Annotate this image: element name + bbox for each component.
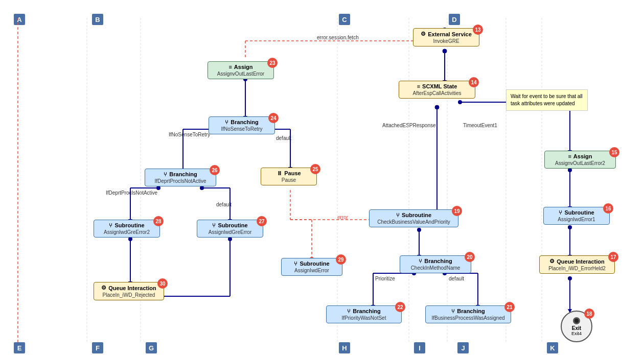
badge-29: 29 (336, 254, 346, 265)
node-queue-17[interactable]: 17 ⚙ Queue Interaction PlaceIn_iWD_Error… (539, 255, 615, 274)
node-subroutine-29[interactable]: 29 ⑂ Subroutine AssignIwdError (281, 258, 342, 276)
ifdeprt-label: IfDeprtProcIsNotActive (106, 190, 157, 196)
badge-24: 24 (268, 113, 279, 123)
badge-30: 30 (157, 278, 168, 289)
branching26-subtitle: IfDeprtProcIsNotActive (154, 178, 206, 184)
subroutine27-title: ⑂ Subroutine (212, 222, 247, 228)
svg-point-12 (443, 49, 447, 53)
badge-18: 18 (584, 309, 594, 319)
subroutine29-title: ⑂ Subroutine (294, 261, 329, 267)
error-session-fetch-label: error.session.fetch (317, 35, 359, 40)
node-branching-22[interactable]: 22 ⑂ Branching IfPriorityWasNotSet (326, 305, 402, 323)
badge-19: 19 (452, 206, 462, 216)
badge-21: 21 (504, 302, 515, 312)
svg-point-67 (568, 225, 572, 229)
badge-23: 23 (267, 58, 278, 68)
branching22-subtitle: IfPriorityWasNotSet (342, 315, 386, 321)
node-assign-23[interactable]: 23 ≡ Assign AssignvOutLastError (208, 61, 274, 79)
node-branching-26[interactable]: 26 ⑂ Branching IfDeprtProcIsNotActive (145, 169, 216, 186)
queue30-title: ⚙ Queue Interaction (101, 285, 156, 291)
grid-label-a: A (14, 14, 25, 25)
error-label: error (337, 215, 348, 220)
node-exit-18[interactable]: 18 Exit Exit4 (561, 311, 592, 342)
badge-26: 26 (210, 165, 220, 175)
svg-point-41 (128, 237, 132, 241)
subroutine19-subtitle: CheckBusinessValueAndPriority (377, 219, 450, 225)
badge-20: 20 (465, 252, 475, 262)
svg-point-34 (156, 186, 160, 190)
grid-label-k: K (547, 342, 558, 353)
node-subroutine-16[interactable]: 16 ⑂ Subroutine AssignIwdError1 (543, 207, 610, 225)
branching24-title: ⑂ Branching (225, 119, 258, 125)
grid-label-b: B (92, 14, 103, 25)
svg-point-19 (458, 100, 462, 104)
default2-label: default (216, 202, 232, 207)
note-box: Wait for event to be sure that all task … (506, 89, 588, 111)
scxml-subtitle: AfterEspCallActivities (412, 90, 461, 96)
connections-svg (0, 0, 644, 355)
external-service-subtitle: InvokeGRE (433, 38, 459, 44)
node-assign-15[interactable]: 15 ≡ Assign AssignvOutLastError2 (544, 151, 616, 169)
canvas: A B C D E F G H I J K Wait for event to … (0, 0, 644, 355)
grid-label-h: H (339, 342, 350, 353)
queue17-title: ⚙ Queue Interaction (549, 258, 605, 265)
node-external-service[interactable]: 13 ⚙ External Service InvokeGRE (413, 28, 479, 46)
svg-point-15 (435, 105, 439, 109)
grid-label-j: J (457, 342, 469, 353)
exit-title: Exit (572, 325, 581, 331)
node-scxml-state[interactable]: 14 ≡ SCXML State AfterEspCallActivities (399, 81, 475, 99)
node-subroutine-27[interactable]: 27 ⑂ Subroutine AssignIwdGreError (197, 220, 263, 238)
branching22-title: ⑂ Branching (347, 308, 380, 314)
assign23-subtitle: AssignvOutLastError (217, 71, 264, 77)
node-subroutine-19[interactable]: 19 ⑂ Subroutine CheckBusinessValueAndPri… (369, 209, 458, 227)
branching24-subtitle: IfNoSenseToRetry (221, 126, 262, 132)
badge-17: 17 (608, 252, 618, 262)
grid-label-g: G (146, 342, 157, 353)
subroutine16-title: ⑂ Subroutine (559, 209, 594, 216)
node-branching-24[interactable]: 24 ⑂ Branching IfNoSenseToRetry (209, 116, 275, 134)
subroutine27-subtitle: AssignIwdGreError (209, 229, 251, 235)
attached-esp-label: AttachedESPResponse (382, 123, 436, 128)
subroutine29-subtitle: AssignIwdError (294, 268, 329, 273)
exit-subtitle: Exit4 (571, 331, 582, 336)
scxml-title: ≡ SCXML State (417, 83, 457, 89)
note-text: Wait for event to be sure that all task … (511, 93, 583, 106)
subroutine28-title: ⑂ Subroutine (109, 222, 144, 228)
grid-label-i: I (414, 342, 425, 353)
subroutine19-title: ⑂ Subroutine (396, 212, 431, 218)
default1-label: default (276, 135, 291, 141)
queue17-subtitle: PlaceIn_iWD_ErrorHeld2 (548, 266, 606, 271)
badge-28: 28 (153, 216, 164, 226)
branching26-title: ⑂ Branching (164, 171, 197, 177)
ifnosense-label: IfNoSenseToRetry (169, 132, 210, 137)
badge-22: 22 (395, 302, 405, 312)
branching20-title: ⑂ Branching (419, 258, 452, 264)
grid-label-f: F (92, 342, 103, 353)
queue30-subtitle: PlaceIn_iWD_Rejected (103, 292, 155, 298)
svg-point-70 (568, 276, 572, 280)
svg-point-45 (228, 237, 232, 241)
assign15-title: ≡ Assign (568, 153, 592, 159)
badge-15: 15 (609, 147, 619, 157)
branching20-subtitle: CheckInMethodName (411, 265, 461, 271)
pause25-subtitle: Pause (282, 177, 296, 183)
subroutine16-subtitle: AssignIwdError1 (558, 217, 595, 222)
timeout-label: TimeoutEvent1 (463, 123, 497, 128)
node-queue-30[interactable]: 30 ⚙ Queue Interaction PlaceIn_iWD_Rejec… (94, 282, 164, 300)
pause25-title: ⏸ Pause (277, 170, 301, 176)
node-pause-25[interactable]: 25 ⏸ Pause Pause (261, 168, 317, 185)
node-subroutine-28[interactable]: 28 ⑂ Subroutine AssignIwdGreError2 (94, 220, 160, 238)
node-branching-20[interactable]: 20 ⑂ Branching CheckInMethodName (400, 255, 471, 273)
assign15-subtitle: AssignvOutLastError2 (555, 160, 605, 166)
badge-27: 27 (257, 216, 267, 226)
branching21-title: ⑂ Branching (451, 308, 485, 314)
svg-point-50 (417, 228, 421, 232)
assign23-title: ≡ Assign (228, 64, 252, 70)
svg-point-64 (568, 168, 572, 172)
badge-25: 25 (310, 164, 320, 174)
external-service-title: ⚙ External Service (421, 31, 472, 37)
node-branching-21[interactable]: 21 ⑂ Branching IfBusinessProcessWasAssig… (425, 305, 511, 323)
prioritize-label: Prioritize (375, 276, 395, 281)
subroutine28-subtitle: AssignIwdGreError2 (104, 229, 150, 235)
branching21-subtitle: IfBusinessProcessWasAssigned (431, 315, 504, 321)
